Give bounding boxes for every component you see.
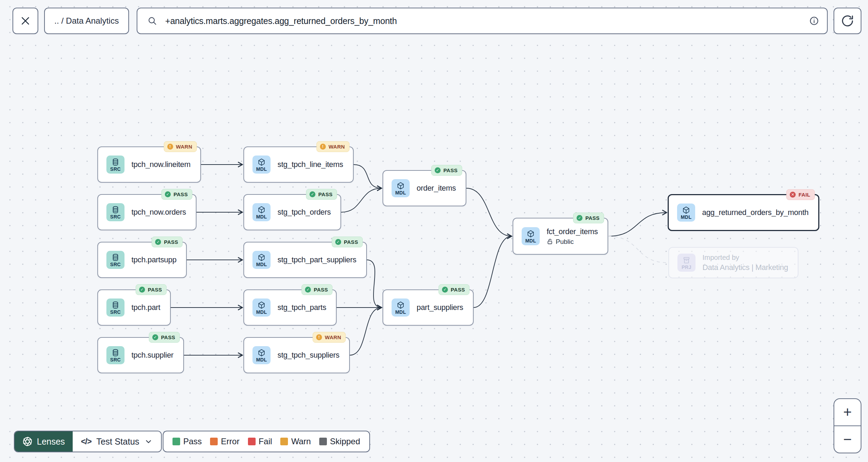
node-title: tpch_now.lineitem <box>131 160 191 169</box>
status-badge-pass: ✓PASS <box>149 332 180 343</box>
warn-status-icon: ! <box>316 334 322 340</box>
close-button[interactable] <box>13 8 38 34</box>
graph-node-stg_tpch_suppliers[interactable]: !WARNMDLstg_tpch_suppliers <box>243 337 350 373</box>
graph-node-tpch_partsupp[interactable]: ✓PASSSRCtpch.partsupp <box>97 242 187 278</box>
graph-node-stg_tpch_parts[interactable]: ✓PASSMDLstg_tpch_parts <box>243 289 337 326</box>
legend-swatch-fail <box>248 438 256 445</box>
lens-selector[interactable]: </> Test Status <box>73 431 161 452</box>
graph-node-fct_order_items[interactable]: ✓PASSMDLfct_order_itemsPublic <box>513 218 608 255</box>
database-type-chip: SRC <box>106 346 124 364</box>
lineage-canvas[interactable]: !WARNSRCtpch_now.lineitem✓PASSSRCtpch_no… <box>0 0 868 462</box>
node-type-label: SRC <box>110 214 121 219</box>
database-icon <box>111 301 120 309</box>
cube-icon <box>527 230 535 238</box>
status-badge-label: WARN <box>329 144 345 150</box>
graph-node-imported_by[interactable]: PRJImported byData Analytics | Marketing <box>668 247 798 278</box>
status-badge-label: PASS <box>318 191 332 197</box>
edge-fct_order_items-to-agg_returned_orders_by_month <box>608 213 667 236</box>
graph-node-stg_tpch_orders[interactable]: ✓PASSMDLstg_tpch_orders <box>243 194 341 230</box>
fail-status-icon: ✕ <box>790 192 796 198</box>
graph-node-tpch_now_lineitem[interactable]: !WARNSRCtpch_now.lineitem <box>97 146 201 183</box>
graph-node-stg_tpch_part_suppliers[interactable]: ✓PASSMDLstg_tpch_part_suppliers <box>243 242 367 278</box>
status-badge-pass: ✓PASS <box>573 213 604 223</box>
status-badge-pass: ✓PASS <box>306 189 337 200</box>
pass-status-icon: ✓ <box>155 239 161 245</box>
database-type-chip: SRC <box>106 251 124 269</box>
database-type-chip: SRC <box>106 156 124 174</box>
database-type-chip: SRC <box>106 298 124 317</box>
status-badge-label: PASS <box>148 287 162 293</box>
node-title: Data Analytics | Marketing <box>702 263 788 272</box>
node-type-label: SRC <box>110 167 121 172</box>
refresh-button[interactable] <box>834 8 861 34</box>
node-type-label: MDL <box>256 214 267 219</box>
node-access-label: Public <box>556 238 574 246</box>
legend-item-error: Error <box>210 437 239 446</box>
cube-icon <box>257 349 266 357</box>
legend-swatch-skipped <box>319 438 327 445</box>
search-input[interactable] <box>165 16 805 26</box>
graph-node-stg_tpch_line_items[interactable]: !WARNMDLstg_tpch_line_items <box>243 146 354 183</box>
pass-status-icon: ✓ <box>139 287 145 293</box>
node-title: stg_tpch_suppliers <box>278 351 339 360</box>
cube-type-chip: MDL <box>252 298 271 317</box>
cube-type-chip: MDL <box>252 203 271 221</box>
edge-layer <box>0 0 868 462</box>
legend-label: Warn <box>291 437 311 446</box>
unlock-icon <box>547 238 553 245</box>
node-type-label: SRC <box>110 262 121 267</box>
cube-icon <box>396 182 405 190</box>
pass-status-icon: ✓ <box>577 215 582 221</box>
cube-type-chip: MDL <box>252 156 271 174</box>
legend-swatch-pass <box>172 438 180 445</box>
pass-status-icon: ✓ <box>165 191 171 197</box>
package-type-chip: PRJ <box>677 254 696 272</box>
graph-node-part_suppliers[interactable]: ✓PASSMDLpart_suppliers <box>383 289 474 326</box>
legend-item-warn: Warn <box>280 437 311 446</box>
package-icon <box>682 256 691 264</box>
status-badge-warn: !WARN <box>316 141 349 152</box>
status-badge-label: PASS <box>161 334 175 340</box>
zoom-in-button[interactable]: + <box>834 399 861 426</box>
zoom-out-button[interactable]: − <box>834 426 861 453</box>
status-badge-warn: !WARN <box>313 332 346 343</box>
cube-icon <box>396 301 405 309</box>
node-type-label: MDL <box>681 215 691 220</box>
node-title: stg_tpch_parts <box>278 303 326 312</box>
graph-node-tpch_supplier[interactable]: ✓PASSSRCtpch.supplier <box>97 337 184 373</box>
lens-selected-label: Test Status <box>96 437 139 447</box>
test-status-legend: PassErrorFailWarnSkipped <box>163 431 370 452</box>
edge-fct_order_items-to-imported_by <box>608 236 667 263</box>
graph-node-tpch_now_orders[interactable]: ✓PASSSRCtpch_now.orders <box>97 194 196 230</box>
graph-node-agg_returned_orders_by_month[interactable]: ✕FAILMDLagg_returned_orders_by_month <box>668 194 819 231</box>
status-badge-pass: ✓PASS <box>161 189 192 200</box>
legend-label: Fail <box>259 437 272 446</box>
aperture-icon <box>22 436 33 447</box>
status-badge-label: PASS <box>344 239 358 245</box>
legend-swatch-error <box>210 438 218 445</box>
lenses-button[interactable]: Lenses <box>15 431 73 452</box>
status-badge-warn: !WARN <box>164 141 197 152</box>
node-title: tpch_now.orders <box>131 208 186 217</box>
edge-stg_tpch_part_suppliers-to-part_suppliers <box>367 260 381 308</box>
info-icon[interactable] <box>809 16 819 26</box>
status-badge-pass: ✓PASS <box>152 237 183 247</box>
breadcrumb[interactable]: .. / Data Analytics <box>44 8 129 34</box>
chevron-down-icon <box>144 437 153 446</box>
legend-item-fail: Fail <box>248 437 272 446</box>
cube-type-chip: MDL <box>522 227 540 245</box>
legend-label: Pass <box>183 437 202 446</box>
node-title: agg_returned_orders_by_month <box>702 208 809 217</box>
edge-part_suppliers-to-fct_order_items <box>474 236 512 308</box>
close-icon <box>20 15 31 26</box>
node-title: tpch.partsupp <box>131 255 176 264</box>
legend-label: Error <box>221 437 239 446</box>
graph-node-order_items[interactable]: ✓PASSMDLorder_items <box>383 170 466 206</box>
graph-node-tpch_part[interactable]: ✓PASSSRCtpch.part <box>97 289 171 326</box>
cube-type-chip: MDL <box>392 179 410 197</box>
status-badge-pass: ✓PASS <box>431 165 462 176</box>
pass-status-icon: ✓ <box>152 334 158 340</box>
legend-item-skipped: Skipped <box>319 437 360 446</box>
legend-item-pass: Pass <box>172 437 202 446</box>
cube-type-chip: MDL <box>677 204 695 222</box>
